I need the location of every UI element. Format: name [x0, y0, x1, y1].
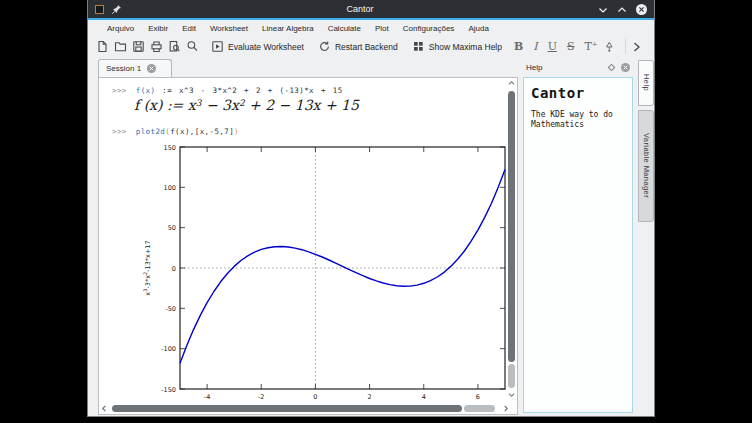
horizontal-scrollbar-thumb[interactable] — [112, 405, 462, 412]
underline-button[interactable]: U — [548, 41, 557, 52]
svg-text:4: 4 — [422, 393, 426, 401]
window-controls — [598, 2, 647, 17]
help-panel-title: Help — [526, 63, 602, 72]
print-button[interactable] — [150, 40, 163, 53]
svg-text:-50: -50 — [165, 305, 176, 313]
save-button[interactable] — [132, 40, 145, 53]
print-icon — [150, 40, 163, 53]
minimize-button[interactable] — [598, 2, 608, 17]
superscript-button[interactable]: T⁺ — [585, 41, 598, 52]
tab-session-1-label: Session 1 — [106, 64, 141, 73]
search-button[interactable] — [186, 40, 199, 53]
print-preview-icon — [168, 40, 181, 53]
titlebar[interactable]: Cantor — [88, 0, 654, 20]
horizontal-scrollbar-track[interactable] — [464, 405, 495, 412]
scroll-right-icon[interactable] — [503, 405, 509, 412]
show-maxima-help-label: Show Maxima Help — [429, 42, 502, 52]
tab-session-1[interactable]: Session 1 — [98, 59, 172, 77]
svg-text:6: 6 — [476, 393, 480, 401]
code-text: f(x),[x,-5,7] — [170, 127, 234, 136]
window-title: Cantor — [122, 4, 598, 14]
scroll-down-icon[interactable] — [508, 392, 515, 398]
svg-text:-100: -100 — [161, 345, 176, 353]
superscript-glyph: T⁺ — [585, 40, 598, 53]
text-color-button[interactable] — [603, 40, 616, 53]
close-icon — [147, 64, 156, 73]
horizontal-scrollbar[interactable] — [101, 404, 515, 413]
close-paren: ) — [234, 127, 239, 136]
new-document-button[interactable] — [96, 40, 109, 53]
menu-configurações[interactable]: Configurações — [396, 24, 462, 33]
svg-text:50: 50 — [168, 224, 176, 232]
toolbar: Evaluate Worksheet Restart Backend Show … — [88, 35, 654, 58]
menu-worksheet[interactable]: Worksheet — [203, 24, 255, 33]
menu-linear-algebra[interactable]: Linear Algebra — [255, 24, 321, 33]
help-heading: Cantor — [531, 85, 625, 101]
math-text: f (x) := x — [134, 97, 196, 113]
toolbar-overflow-button[interactable] — [633, 41, 641, 53]
worksheet-panel[interactable]: >>>f(x) := x^3 - 3*x^2 + 2 + (-13)*x + 1… — [98, 77, 518, 415]
vertical-scrollbar[interactable] — [507, 80, 516, 400]
print-preview-button[interactable] — [168, 40, 181, 53]
restart-backend-button[interactable]: Restart Backend — [318, 40, 398, 53]
chevron-up-icon — [617, 6, 627, 14]
help-panel-header: Help — [521, 58, 635, 77]
side-tab-variable-manager[interactable]: Variable Manager — [638, 110, 654, 222]
desktop-background: { "window": { "title": "Cantor" }, "menu… — [0, 0, 752, 423]
italic-button[interactable]: I — [533, 41, 537, 52]
menu-ajuda[interactable]: Ajuda — [461, 24, 495, 33]
function-name: f(x) — [136, 86, 156, 95]
scroll-left-icon[interactable] — [101, 405, 107, 412]
open-folder-icon — [114, 40, 127, 53]
help-close-button[interactable] — [621, 63, 630, 72]
text-color-icon — [603, 40, 616, 53]
worksheet-entry-2[interactable]: >>>plot2d(f(x),[x,-5,7]) — [112, 127, 239, 136]
save-icon — [132, 40, 145, 53]
close-icon — [621, 63, 630, 72]
tab-close-button[interactable] — [147, 64, 156, 73]
chevron-down-icon — [598, 6, 608, 14]
close-icon — [636, 4, 647, 15]
open-folder-button[interactable] — [114, 40, 127, 53]
vertical-scrollbar-thumb[interactable] — [508, 91, 515, 362]
function-name: plot2d — [136, 127, 166, 136]
chevron-right-icon — [633, 41, 641, 53]
close-button[interactable] — [636, 4, 647, 15]
menu-calculate[interactable]: Calculate — [321, 24, 368, 33]
menu-edit[interactable]: Edit — [175, 24, 203, 33]
strikethrough-button[interactable]: S — [567, 41, 575, 52]
side-tab-help[interactable]: Help — [638, 60, 654, 106]
menu-exibir[interactable]: Exibir — [141, 24, 175, 33]
run-icon — [211, 40, 224, 53]
menu-arquivo[interactable]: Arquivo — [100, 24, 141, 33]
evaluate-worksheet-button[interactable]: Evaluate Worksheet — [211, 40, 304, 53]
strikethrough-glyph: S — [567, 40, 575, 53]
scroll-up-icon[interactable] — [508, 80, 515, 86]
underline-glyph: U — [548, 40, 557, 53]
vertical-scrollbar-track[interactable] — [508, 364, 515, 388]
float-panel-icon[interactable] — [607, 63, 616, 72]
curve-f-x — [180, 170, 505, 364]
svg-text:x3-3*x2-13*x+17: x3-3*x2-13*x+17 — [142, 240, 152, 295]
svg-text:-4: -4 — [204, 393, 210, 401]
svg-text:-150: -150 — [161, 386, 176, 394]
svg-text:0: 0 — [172, 265, 176, 273]
maximize-button[interactable] — [617, 2, 627, 17]
help-panel: Help Cantor The KDE way to do Mathematic… — [521, 58, 635, 415]
show-maxima-help-button[interactable]: Show Maxima Help — [412, 40, 502, 53]
toolbar-overflow-area — [625, 39, 646, 54]
italic-glyph: I — [533, 40, 537, 53]
worksheet-entry-1[interactable]: >>>f(x) := x^3 - 3*x^2 + 2 + (-13)*x + 1… — [112, 86, 343, 95]
app-icon — [95, 5, 104, 14]
search-icon — [186, 40, 199, 53]
math-text: + 2 − 13x + 15 — [245, 97, 359, 113]
pin-icon[interactable] — [111, 4, 122, 15]
toolbar-separator — [625, 39, 626, 54]
menu-plot[interactable]: Plot — [368, 24, 396, 33]
restart-backend-label: Restart Backend — [335, 42, 398, 52]
menu-bar: ArquivoExibirEditWorksheetLinear Algebra… — [88, 22, 654, 35]
code-text: := x^3 - 3*x^2 + 2 + (-13)*x + 15 — [155, 86, 342, 95]
bold-button[interactable]: B — [514, 41, 523, 52]
svg-text:150: 150 — [164, 144, 176, 152]
restart-icon — [318, 40, 331, 53]
